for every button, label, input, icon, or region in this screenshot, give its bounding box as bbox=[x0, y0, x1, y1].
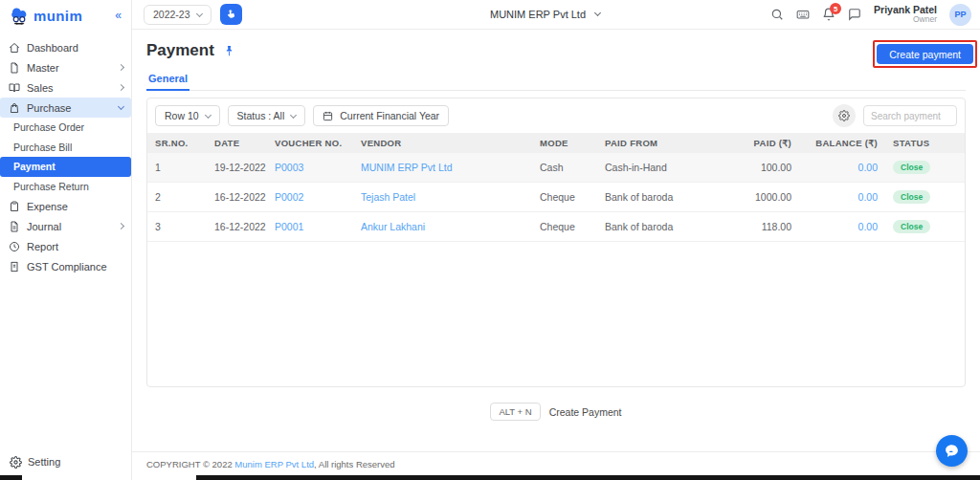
sidebar-subitem-purchase-bill[interactable]: Purchase Bill bbox=[0, 138, 131, 158]
row-count-dropdown[interactable]: Row 10 bbox=[155, 105, 220, 126]
column-header-sr-no-: SR.NO. bbox=[147, 133, 207, 153]
keyboard-shortcuts-icon[interactable] bbox=[796, 8, 810, 21]
column-header-vendor: VENDOR bbox=[353, 133, 532, 153]
gear-icon bbox=[838, 110, 850, 121]
setting-label: Setting bbox=[28, 456, 60, 468]
sidebar-item-journal[interactable]: Journal bbox=[0, 216, 131, 236]
sidebar-item-gst-compliance[interactable]: GST Compliance bbox=[0, 256, 131, 276]
chevron-right-icon bbox=[118, 64, 124, 71]
status-filter-dropdown[interactable]: Status : All bbox=[228, 105, 306, 126]
chat-widget-button[interactable] bbox=[936, 435, 968, 467]
payments-table: SR.NO.DATEVOUCHER NO.VENDORMODEPAID FROM… bbox=[147, 133, 965, 242]
chevron-down-icon bbox=[290, 111, 297, 118]
cell-paid: 118.00 bbox=[726, 212, 795, 242]
footer: COPYRIGHT © 2022 Munim ERP Pvt Ltd, All … bbox=[132, 451, 980, 475]
footer-company-link[interactable]: Munim ERP Pvt Ltd bbox=[234, 459, 314, 469]
tab-general[interactable]: General bbox=[146, 70, 189, 91]
sidebar-item-sales[interactable]: Sales bbox=[0, 77, 131, 98]
sidebar-item-dashboard[interactable]: Dashboard bbox=[0, 37, 131, 57]
status-badge: Close bbox=[893, 161, 930, 174]
balance-link[interactable]: 0.00 bbox=[858, 191, 878, 203]
voucher-link[interactable]: P0003 bbox=[275, 162, 303, 173]
sidebar-collapse-button[interactable]: « bbox=[115, 9, 122, 22]
bottom-bar-right bbox=[196, 475, 980, 480]
sidebar-subitem-payment[interactable]: Payment bbox=[0, 157, 131, 177]
period-filter-button[interactable]: Current Financial Year bbox=[313, 105, 449, 126]
sidebar-item-master[interactable]: Master bbox=[0, 57, 131, 77]
chevron-down-icon bbox=[594, 10, 601, 16]
create-payment-button[interactable]: Create payment bbox=[877, 44, 973, 64]
logo-row: munim « bbox=[0, 0, 131, 31]
sidebar-item-label: Dashboard bbox=[27, 42, 78, 54]
balance-link[interactable]: 0.00 bbox=[858, 162, 878, 173]
notifications-bell-icon[interactable]: 5 bbox=[822, 8, 835, 21]
sidebar-subitem-purchase-order[interactable]: Purchase Order bbox=[0, 118, 131, 138]
bag-icon bbox=[9, 102, 20, 114]
cell-balance: 0.00 bbox=[795, 183, 881, 212]
company-selector[interactable]: MUNIM ERP Pvt Ltd bbox=[490, 9, 600, 20]
user-menu[interactable]: Priyank Patel Owner bbox=[874, 4, 937, 25]
sidebar-nav: DashboardMasterSalesPurchasePurchase Ord… bbox=[0, 31, 131, 276]
table-header-row: SR.NO.DATEVOUCHER NO.VENDORMODEPAID FROM… bbox=[147, 133, 965, 153]
avatar[interactable]: PP bbox=[949, 4, 971, 26]
fiscal-year-select[interactable]: 2022-23 bbox=[144, 5, 212, 25]
filter-row: Row 10 Status : All Current Financial Ye… bbox=[147, 98, 965, 133]
user-role: Owner bbox=[874, 15, 937, 25]
cell-status: Close bbox=[881, 212, 965, 242]
sidebar-item-report[interactable]: Report bbox=[0, 236, 131, 256]
column-header-balance-: BALANCE (₹) bbox=[795, 133, 881, 153]
topbar: 2022-23 MUNIM ERP Pvt Ltd 5 Priyank Pate… bbox=[132, 0, 980, 30]
main-content: Payment Create payment General Row 10 St… bbox=[132, 30, 980, 480]
status-badge: Close bbox=[893, 220, 930, 233]
home-icon bbox=[9, 42, 20, 54]
voucher-link[interactable]: P0002 bbox=[275, 191, 303, 203]
balance-link[interactable]: 0.00 bbox=[858, 221, 878, 232]
cell-mode: Cash bbox=[532, 153, 597, 183]
sidebar-item-label: GST Compliance bbox=[27, 261, 107, 273]
vendor-link[interactable]: Ankur Lakhani bbox=[361, 221, 425, 232]
chat-bubble-icon bbox=[944, 443, 960, 459]
voucher-link[interactable]: P0001 bbox=[275, 221, 303, 232]
table-settings-button[interactable] bbox=[833, 104, 856, 127]
search-icon[interactable] bbox=[770, 8, 784, 21]
cell-mode: Cheque bbox=[532, 183, 597, 212]
cell-date: 19-12-2022 bbox=[207, 153, 267, 183]
column-header-paid-from: PAID FROM bbox=[597, 133, 726, 153]
sidebar-item-label: Purchase bbox=[27, 102, 71, 114]
cell-balance: 0.00 bbox=[795, 153, 881, 183]
topbar-actions: 5 Priyank Patel Owner PP bbox=[770, 4, 980, 26]
journal-icon bbox=[9, 221, 20, 232]
cell-mode: Cheque bbox=[532, 212, 597, 242]
notification-count-badge: 5 bbox=[830, 3, 841, 14]
cell-sr: 2 bbox=[147, 183, 207, 212]
sidebar-item-setting[interactable]: Setting bbox=[0, 449, 131, 474]
quick-touch-button[interactable] bbox=[220, 4, 242, 25]
payment-list-card: Row 10 Status : All Current Financial Ye… bbox=[146, 98, 966, 387]
search-payment-input[interactable] bbox=[863, 105, 957, 126]
cell-paid-from: Bank of baroda bbox=[597, 183, 726, 212]
sidebar-item-expense[interactable]: Expense bbox=[0, 196, 131, 216]
cell-voucher: P0002 bbox=[267, 183, 353, 212]
pin-icon[interactable] bbox=[223, 45, 235, 57]
copyright-prefix: COPYRIGHT © 2022 bbox=[146, 459, 234, 469]
sidebar-item-label: Expense bbox=[27, 201, 68, 212]
cell-balance: 0.00 bbox=[795, 212, 881, 242]
vendor-link[interactable]: Tejash Patel bbox=[361, 191, 415, 203]
sidebar-subitem-purchase-return[interactable]: Purchase Return bbox=[0, 177, 131, 197]
report-icon bbox=[9, 241, 20, 252]
column-header-paid-: PAID (₹) bbox=[726, 133, 795, 153]
period-filter-label: Current Financial Year bbox=[340, 110, 439, 121]
brand-name: munim bbox=[33, 8, 82, 24]
sidebar-item-purchase[interactable]: Purchase bbox=[0, 98, 131, 118]
gear-icon bbox=[10, 456, 22, 469]
messages-icon[interactable] bbox=[848, 8, 861, 21]
gst-icon bbox=[9, 261, 20, 273]
column-header-voucher-no-: VOUCHER NO. bbox=[267, 133, 353, 153]
chevron-down-icon bbox=[196, 10, 203, 16]
column-header-date: DATE bbox=[207, 133, 267, 153]
sidebar-item-label: Journal bbox=[27, 221, 61, 232]
cell-paid-from: Bank of baroda bbox=[597, 212, 726, 242]
clipboard-icon bbox=[9, 201, 20, 212]
annotation-highlight-box: Create payment bbox=[873, 40, 977, 68]
vendor-link[interactable]: MUNIM ERP Pvt Ltd bbox=[361, 162, 453, 173]
